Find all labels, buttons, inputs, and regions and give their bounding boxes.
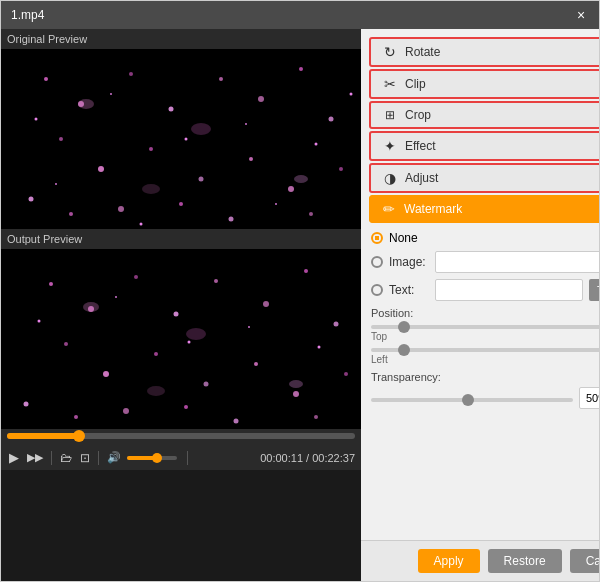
transparency-slider-thumb[interactable]: [462, 394, 474, 406]
none-option: None: [371, 231, 599, 245]
svg-point-49: [293, 391, 299, 397]
effect-icon: ✦: [381, 138, 399, 154]
original-video-bg: [1, 49, 361, 229]
svg-point-11: [149, 147, 153, 151]
cancel-button[interactable]: Cancel: [570, 549, 599, 573]
svg-point-34: [350, 93, 353, 96]
close-button[interactable]: ×: [573, 7, 589, 23]
svg-point-50: [344, 372, 348, 376]
image-option: Image: ...: [371, 251, 599, 273]
svg-point-58: [186, 328, 206, 340]
svg-point-64: [248, 326, 250, 328]
svg-point-59: [289, 380, 303, 388]
volume-thumb[interactable]: [152, 453, 162, 463]
position-section: Position: Top Bottom Left R: [371, 307, 599, 365]
effect-button[interactable]: ✦ Effect: [369, 131, 599, 161]
controls-bar: ▶ ▶▶ 🗁 ⊡ 🔊 00:00:11 / 00:22:37: [1, 445, 361, 470]
svg-point-15: [339, 167, 343, 171]
svg-point-10: [98, 166, 104, 172]
svg-point-40: [214, 279, 218, 283]
original-preview: [1, 49, 361, 229]
transparency-section: Transparency: 50% 25% 75% 100%: [371, 371, 599, 409]
output-video-bg: [1, 249, 361, 429]
progress-bar-container[interactable]: [1, 429, 361, 445]
rotate-button[interactable]: ↻ Rotate: [369, 37, 599, 67]
text-option: Text: T ▬: [371, 279, 599, 301]
transparency-select[interactable]: 50% 25% 75% 100%: [579, 387, 599, 409]
crop-label: Crop: [405, 108, 431, 122]
fast-forward-button[interactable]: ▶▶: [25, 450, 45, 465]
rotate-icon: ↻: [381, 44, 399, 60]
left-panel: Original Preview: [1, 29, 361, 581]
svg-point-32: [140, 223, 143, 226]
horizontal-slider-thumb[interactable]: [398, 344, 410, 356]
svg-point-57: [83, 302, 99, 312]
svg-rect-35: [1, 249, 361, 429]
svg-point-33: [275, 203, 277, 205]
svg-point-19: [179, 202, 183, 206]
watermark-icon: ✏: [380, 201, 398, 217]
vertical-slider-track[interactable]: [371, 325, 599, 329]
svg-point-36: [49, 282, 53, 286]
svg-point-8: [329, 117, 334, 122]
watermark-button[interactable]: ✏ Watermark: [369, 195, 599, 223]
output-preview-label: Output Preview: [1, 229, 361, 249]
progress-track[interactable]: [7, 433, 355, 439]
divider-1: [51, 451, 52, 465]
main-content: Original Preview: [1, 29, 599, 581]
text-radio[interactable]: [371, 284, 383, 296]
svg-point-60: [147, 386, 165, 396]
none-radio[interactable]: [371, 232, 383, 244]
left-label: Left: [371, 354, 388, 365]
text-input[interactable]: [435, 279, 583, 301]
svg-point-6: [258, 96, 264, 102]
transparency-row: 50% 25% 75% 100%: [371, 387, 599, 409]
svg-point-51: [24, 402, 29, 407]
clip-button[interactable]: ✂ Clip: [369, 69, 599, 99]
adjust-button[interactable]: ◑ Adjust: [369, 163, 599, 193]
adjust-label: Adjust: [405, 171, 438, 185]
svg-point-54: [184, 405, 188, 409]
svg-point-53: [123, 408, 129, 414]
svg-point-9: [59, 137, 63, 141]
play-button[interactable]: ▶: [7, 449, 21, 466]
transparency-slider-track[interactable]: [371, 398, 573, 402]
image-radio[interactable]: [371, 256, 383, 268]
clip-icon: ✂: [381, 76, 399, 92]
folder-button[interactable]: 🗁: [58, 450, 74, 466]
crop-button[interactable]: ⊞ Crop: [369, 101, 599, 129]
divider-2: [98, 451, 99, 465]
text-style-button[interactable]: T: [589, 279, 599, 301]
progress-thumb[interactable]: [73, 430, 85, 442]
right-panel: ↻ Rotate ✂ Clip ⊞ Crop ✦ Effect ◑ Adju: [361, 29, 599, 581]
svg-point-56: [314, 415, 318, 419]
image-input[interactable]: [435, 251, 599, 273]
watermark-panel: None Image: ... Text: T ▬: [361, 223, 599, 540]
svg-point-23: [191, 123, 211, 135]
svg-point-21: [309, 212, 313, 216]
volume-slider[interactable]: [127, 456, 177, 460]
svg-point-22: [78, 99, 94, 109]
svg-point-55: [234, 419, 239, 424]
original-video-svg: [1, 49, 361, 229]
vertical-slider-thumb[interactable]: [398, 321, 410, 333]
svg-point-26: [35, 118, 38, 121]
horizontal-slider-track[interactable]: [371, 348, 599, 352]
apply-button[interactable]: Apply: [418, 549, 480, 573]
crop-icon: ⊞: [381, 108, 399, 122]
divider-3: [187, 451, 188, 465]
restore-button[interactable]: Restore: [488, 549, 562, 573]
svg-point-25: [142, 184, 160, 194]
camera-button[interactable]: ⊡: [78, 450, 92, 466]
svg-point-1: [44, 77, 48, 81]
svg-point-63: [188, 341, 191, 344]
volume-icon: 🔊: [105, 450, 123, 465]
svg-point-7: [299, 67, 303, 71]
svg-point-46: [154, 352, 158, 356]
svg-point-44: [64, 342, 68, 346]
effect-label: Effect: [405, 139, 435, 153]
rotate-label: Rotate: [405, 45, 440, 59]
svg-point-38: [134, 275, 138, 279]
title-bar: 1.mp4 ×: [1, 1, 599, 29]
bottom-bar: Apply Restore Cancel: [361, 540, 599, 581]
